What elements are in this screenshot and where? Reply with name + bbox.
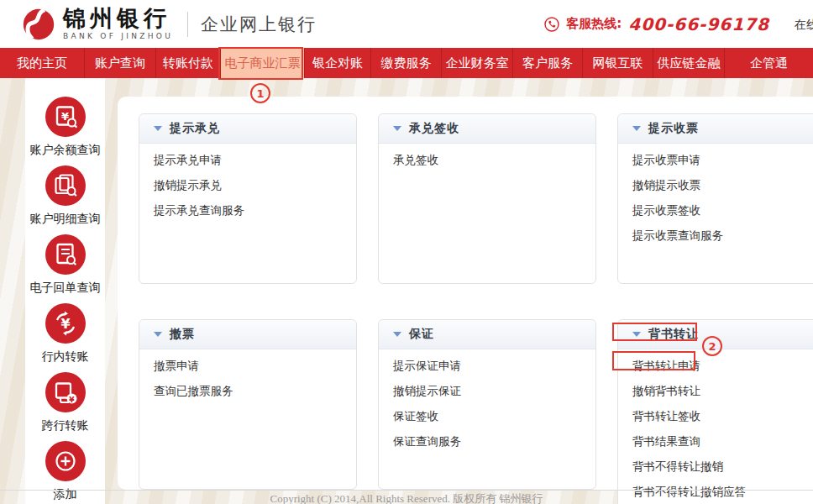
bank-logo-icon xyxy=(22,6,55,43)
card-item[interactable]: 查询已撤票服务 xyxy=(154,378,356,403)
card-item-list: 提示承兑申请撤销提示承兑提示承兑查询服务 xyxy=(139,144,356,223)
nav-item[interactable]: 电子商业汇票 xyxy=(220,48,304,78)
receipt-query-icon xyxy=(45,234,86,275)
card-item-list: 背书转让申请撤销背书转让背书转让签收背书结果查询背书不得转让撤销背书不得转让撤销… xyxy=(618,349,813,504)
nav-item-label: 银企对账 xyxy=(312,55,363,71)
chevron-down-icon xyxy=(632,332,641,337)
card-item[interactable]: 提示保证申请 xyxy=(393,353,595,378)
card-item[interactable]: 撤销背书转让 xyxy=(632,378,813,403)
chevron-down-icon xyxy=(154,332,162,337)
card-title: 保证 xyxy=(409,327,434,342)
page: 锦州银行 BANK OF JINZHOU 企业网上银行 客服热线: 400-66… xyxy=(0,0,813,504)
main-nav: 我的主页 账户查询 转账付款 电子商业汇票 银企对账 缴费服务 企业财务室 xyxy=(0,48,813,78)
card-guarantee: 保证 提示保证申请撤销提示保证保证签收保证查询服务 xyxy=(378,319,596,490)
card-item-list: 承兑签收 xyxy=(379,144,595,172)
card-item[interactable]: 撤销提示收票 xyxy=(632,172,813,197)
nav-item[interactable]: 账户查询 xyxy=(84,48,155,78)
card-item[interactable]: 撤销提示承兑 xyxy=(154,172,356,197)
nav-item-label: 缴费服务 xyxy=(381,55,432,71)
nav-item-label: 账户查询 xyxy=(95,55,145,71)
sidebar-item-balance-query[interactable]: ¥ 账户余额查询 xyxy=(30,97,101,165)
footer: Copyright (C) 2014,All Rights Reserved. … xyxy=(0,490,813,504)
card-item-list: 撤票申请查询已撤票服务 xyxy=(139,349,356,403)
svg-text:¥: ¥ xyxy=(60,316,70,332)
svg-text:¥: ¥ xyxy=(60,110,68,123)
nav-item[interactable]: 银企对账 xyxy=(304,48,370,78)
card-header[interactable]: 承兑签收 xyxy=(379,114,595,144)
bank-logo: 锦州银行 BANK OF JINZHOU xyxy=(22,6,173,43)
nav-item[interactable]: 缴费服务 xyxy=(370,48,441,78)
nav-item[interactable]: 客户服务 xyxy=(512,48,582,78)
bank-logo-text: 锦州银行 BANK OF JINZHOU xyxy=(63,8,173,40)
bank-name-en: BANK OF JINZHOU xyxy=(63,33,173,40)
portal-title: 企业网上银行 xyxy=(201,13,317,36)
nav-item[interactable]: 网银互联 xyxy=(582,48,653,78)
card-prompt-bill-receive: 提示收票 提示收票申请撤销提示收票提示收票签收提示收票查询服务 xyxy=(617,113,813,284)
balance-query-icon: ¥ xyxy=(45,97,86,137)
online-service-link[interactable]: 在线 xyxy=(795,18,813,33)
sidebar-item-label: 账户余额查询 xyxy=(30,143,101,158)
chevron-down-icon xyxy=(154,126,162,131)
card-header[interactable]: 提示承兑 xyxy=(139,114,356,144)
nav-item-label: 客户服务 xyxy=(522,55,573,71)
card-item[interactable]: 保证查询服务 xyxy=(393,428,595,454)
card-item[interactable]: 保证签收 xyxy=(393,403,595,428)
chevron-down-icon xyxy=(632,126,641,131)
card-title: 撤票 xyxy=(170,327,195,342)
add-icon xyxy=(45,441,86,481)
card-item-list: 提示收票申请撤销提示收票提示收票签收提示收票查询服务 xyxy=(618,144,813,248)
nav-item-label: 供应链金融 xyxy=(658,55,721,71)
card-item[interactable]: 提示承兑申请 xyxy=(154,147,356,172)
header: 锦州银行 BANK OF JINZHOU 企业网上银行 客服热线: 400-66… xyxy=(0,0,813,48)
nav-item-label: 网银互联 xyxy=(593,55,643,71)
detail-query-icon xyxy=(45,165,86,206)
card-item-list: 提示保证申请撤销提示保证保证签收保证查询服务 xyxy=(379,349,595,454)
card-item[interactable]: 背书转让申请 xyxy=(632,353,813,378)
nav-item-label: 企业财务室 xyxy=(446,55,509,71)
sidebar-item-intra-bank-transfer[interactable]: ¥ 行内转账 xyxy=(42,303,89,372)
sidebar: ¥ 账户余额查询 账户明细查询 xyxy=(25,78,105,504)
card-bill-withdraw: 撤票 撤票申请查询已撤票服务 xyxy=(139,319,357,490)
sidebar-item-label: 行内转账 xyxy=(42,349,89,365)
sidebar-item-detail-query[interactable]: 账户明细查询 xyxy=(30,165,101,234)
main-panel: 提示承兑 提示承兑申请撤销提示承兑提示承兑查询服务 承兑签收 承兑签收 提示收票… xyxy=(118,97,813,490)
card-item[interactable]: 背书结果查询 xyxy=(632,428,813,454)
nav-item[interactable]: 我的主页 xyxy=(0,48,84,78)
nav-item[interactable]: 企管通 xyxy=(724,48,813,78)
sidebar-item-inter-bank-transfer[interactable]: ¥ 跨行转账 xyxy=(42,372,89,441)
card-item[interactable]: 背书转让签收 xyxy=(632,403,813,428)
card-title: 提示承兑 xyxy=(170,121,220,136)
card-item[interactable]: 提示收票签收 xyxy=(632,197,813,223)
card-item[interactable]: 撤票申请 xyxy=(154,353,356,378)
card-title: 提示收票 xyxy=(648,121,699,136)
card-title: 承兑签收 xyxy=(409,121,459,136)
card-prompt-acceptance: 提示承兑 提示承兑申请撤销提示承兑提示承兑查询服务 xyxy=(139,113,357,284)
card-item[interactable]: 承兑签收 xyxy=(393,147,595,172)
intra-bank-transfer-icon: ¥ xyxy=(45,303,86,344)
card-header[interactable]: 提示收票 xyxy=(618,114,813,144)
copyright-text: Copyright (C) 2014,All Rights Reserved. … xyxy=(0,491,813,504)
card-item[interactable]: 提示承兑查询服务 xyxy=(154,197,356,223)
card-item[interactable]: 背书不得转让撤销 xyxy=(632,454,813,479)
card-item[interactable]: 撤销提示保证 xyxy=(393,378,595,403)
card-item[interactable]: 提示收票申请 xyxy=(632,147,813,172)
nav-item[interactable]: 供应链金融 xyxy=(653,48,724,78)
bank-name-cn: 锦州银行 xyxy=(63,8,173,30)
nav-item-label: 企管通 xyxy=(750,55,788,71)
nav-item[interactable]: 企业财务室 xyxy=(441,48,512,78)
hotline: 客服热线: 400-66-96178 xyxy=(544,14,769,34)
card-header[interactable]: 撤票 xyxy=(139,320,356,349)
card-acceptance-sign: 承兑签收 承兑签收 xyxy=(378,113,596,284)
card-header[interactable]: 保证 xyxy=(379,320,595,349)
card-header[interactable]: 背书转让 xyxy=(618,320,813,349)
nav-item-label: 转账付款 xyxy=(163,55,213,71)
header-divider xyxy=(187,12,188,37)
chevron-down-icon xyxy=(393,332,401,337)
chevron-down-icon xyxy=(393,126,401,131)
nav-item-label: 电子商业汇票 xyxy=(225,55,301,71)
inter-bank-transfer-icon: ¥ xyxy=(45,372,86,412)
card-item[interactable]: 提示收票查询服务 xyxy=(632,223,813,248)
nav-item[interactable]: 转账付款 xyxy=(155,48,220,78)
sidebar-item-receipt-query[interactable]: 电子回单查询 xyxy=(30,234,101,303)
phone-icon xyxy=(544,17,559,32)
